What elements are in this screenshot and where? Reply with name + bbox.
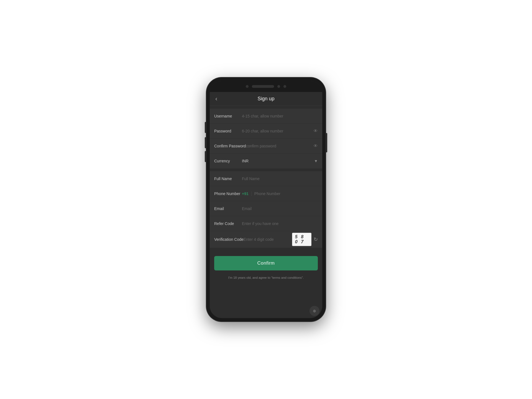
verification-input[interactable] — [244, 237, 292, 242]
username-label: Username — [214, 114, 242, 118]
account-section: Username Password 👁 Confirm Password 👁 — [210, 109, 322, 168]
currency-label: Currency — [214, 159, 242, 163]
phone-code[interactable]: +91 — [242, 191, 252, 196]
phone-input[interactable] — [254, 191, 318, 196]
notch-dot-far — [283, 85, 286, 88]
captcha-image: 5 8 0 7 — [292, 233, 311, 246]
email-label: Email — [214, 206, 242, 211]
currency-value[interactable]: INR — [242, 159, 314, 163]
password-eye-icon[interactable]: 👁 — [313, 129, 318, 134]
verification-row: Verification Code 5 8 0 7 ↻ — [210, 231, 322, 248]
email-row: Email — [210, 201, 322, 216]
phone-row: Phone Number +91 — [210, 186, 322, 201]
notch-dot-left — [246, 85, 249, 88]
refer-code-input[interactable] — [242, 221, 318, 226]
fullname-input[interactable] — [242, 177, 318, 181]
notch-pill — [252, 85, 274, 88]
notch-dot-right — [277, 85, 280, 88]
confirm-password-label: Confirm Password — [214, 144, 246, 148]
page-title: Sign up — [257, 96, 274, 102]
fullname-label: Full Name — [214, 177, 242, 181]
captcha-refresh-icon[interactable]: ↻ — [314, 236, 318, 242]
confirm-password-row: Confirm Password 👁 — [210, 139, 322, 154]
username-row: Username — [210, 109, 322, 124]
refer-code-row: Refer Code — [210, 216, 322, 231]
password-row: Password 👁 — [210, 124, 322, 139]
confirm-button[interactable]: Confirm — [214, 256, 318, 270]
bottom-fab-button[interactable]: ⊕ — [310, 306, 319, 316]
personal-section: Full Name Phone Number +91 Email Refer C… — [210, 171, 322, 248]
form-container: Username Password 👁 Confirm Password 👁 — [210, 106, 322, 318]
confirm-password-eye-icon[interactable]: 👁 — [313, 144, 318, 149]
fullname-row: Full Name — [210, 171, 322, 186]
bottom-spacer — [210, 282, 322, 296]
email-input[interactable] — [242, 206, 318, 211]
password-label: Password — [214, 129, 242, 133]
back-button[interactable]: ‹ — [215, 95, 217, 103]
spacer — [210, 250, 322, 253]
fab-icon: ⊕ — [313, 309, 316, 313]
phone-screen: ‹ Sign up Username Password 👁 — [210, 81, 322, 318]
refer-code-label: Refer Code — [214, 221, 242, 226]
notch-bar — [210, 81, 322, 92]
phone-label: Phone Number — [214, 191, 242, 196]
currency-row: Currency INR ▼ — [210, 154, 322, 168]
currency-dropdown-icon[interactable]: ▼ — [314, 159, 318, 163]
password-input[interactable] — [242, 129, 313, 133]
header: ‹ Sign up — [210, 92, 322, 106]
phone-device: ‹ Sign up Username Password 👁 — [206, 78, 326, 321]
terms-text: I'm 18 years old, and agree to "terms an… — [210, 273, 322, 282]
username-input[interactable] — [242, 114, 318, 118]
confirm-password-input[interactable] — [246, 144, 313, 148]
verification-label: Verification Code — [214, 237, 244, 242]
